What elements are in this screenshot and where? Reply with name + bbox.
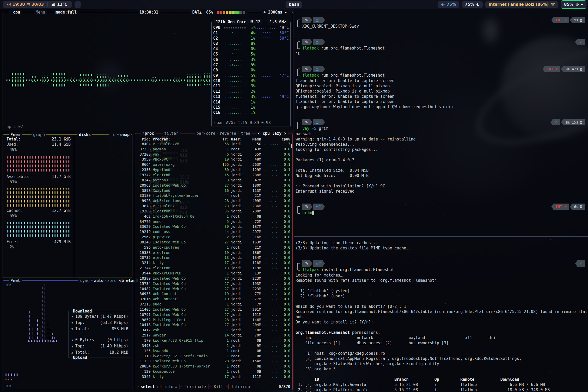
battery-label: BAT▲ xyxy=(192,10,202,15)
process-row[interactable]: 37208yay6jordi55M. . . .0.0 xyxy=(135,152,292,157)
terminal-output-line: [3] org.kde.* xyxy=(296,366,586,372)
process-row[interactable]: 11405Isolated Web Co27jordi201M. . . .0.… xyxy=(135,307,292,312)
per-core-toggle[interactable]: per-core xyxy=(195,131,217,136)
brightness-module[interactable]: 75% xyxy=(462,1,483,8)
network-text: Internet Familie Bolz (86%) xyxy=(488,2,549,7)
terminal-output-line: org.kde.StatusNotifierWatcher, org.kde.k… xyxy=(296,361,586,366)
process-row[interactable]: 3493zsh1jordi9M. . . .0.0 xyxy=(135,343,292,348)
proc-tab[interactable]: ⁴proc xyxy=(141,131,156,136)
process-row[interactable]: 30240Isolated Web Co27jordi163M. . . .0.… xyxy=(135,240,292,245)
process-row[interactable]: 10418Isolated Web Co27jordi204M. . . .0.… xyxy=(135,322,292,328)
process-row[interactable]: 2962pipewire2jordi16M. . . .0.0 xyxy=(135,234,292,240)
terminal-output-line: 2) ‘flathub’ (user) xyxy=(296,293,586,299)
process-row[interactable]: 3898Xwayland16jordi113M. . . .0.0 xyxy=(135,188,292,193)
mode-toggle[interactable]: mode:full xyxy=(54,10,78,15)
workspace-switcher xyxy=(75,1,81,8)
tray-group: 75% 75% Internet Familie Bolz (86%) 85% xyxy=(435,0,586,9)
process-row[interactable]: 34776nemo5jordi72M. . . .0.0 xyxy=(135,219,292,224)
process-row[interactable]: 3412zsh1jordi10M. . . .0.0 xyxy=(135,327,292,333)
process-row[interactable]: 20735electron13jordi134M. . . .0.0 xyxy=(135,255,292,260)
process-row[interactable]: 2333Hyprland30jordi129M. . . .0.1 xyxy=(135,167,292,172)
process-row[interactable]: 10482Isolated Web Co27jordi223M. . . .0.… xyxy=(135,286,292,291)
terminal-pane-top: ✎⌂~INT ✗9sXDG_CURRENT_DESKTOP=Sway✎⌂~✓fl… xyxy=(294,9,588,236)
select-label[interactable]: select xyxy=(141,384,155,389)
update-interval-control[interactable]: + 2000ms - xyxy=(262,10,289,15)
mem-used-pct: 49% xyxy=(7,147,71,152)
weather-module[interactable]: 11°C xyxy=(50,2,69,7)
graph-toggle[interactable]: graph xyxy=(32,132,46,137)
volume-module[interactable]: 75% xyxy=(438,1,459,8)
terminal-output-line xyxy=(296,178,586,183)
scrollbar-thumb[interactable] xyxy=(291,144,292,148)
process-row[interactable]: 119kworker/u32:2-btrfs-endio-1root0B. . … xyxy=(135,353,292,359)
prompt-status: INT ✗2m 42s xyxy=(542,66,585,72)
clock-module[interactable]: 19:30 30/03 xyxy=(6,2,45,7)
tree-toggle[interactable]: tree xyxy=(239,131,252,136)
process-row[interactable]: 120kcompactd01root0B. . . .0.0 xyxy=(135,369,292,374)
process-row[interactable]: 170kworker/u33:0-i915_flip1root0B. . . .… xyxy=(135,338,292,343)
process-row[interactable]: 3345kitty17jordi111M. . . .0.0 xyxy=(135,374,292,379)
menu-button[interactable]: Menu xyxy=(34,10,47,15)
prompt-status: INT ✗6s xyxy=(550,204,585,210)
network-box: ³net sync auto zero <b wlan0 n> 10K 10K … xyxy=(3,280,132,390)
prompt-cwd-chip: ⌂~ xyxy=(313,39,325,45)
command-line[interactable]: grim xyxy=(302,210,586,216)
mem-tab[interactable]: ²mem xyxy=(9,132,22,137)
cpu-core-panel: 12th Gen Core i5-12 1.5 GHz CPU▪▪▪▪▪▪▪▪▪… xyxy=(211,22,291,126)
window-title: bash xyxy=(289,2,299,7)
process-row[interactable]: 596auto-cpufreq1root21M. . . .0.0 xyxy=(135,245,292,250)
process-row[interactable]: 37215sudo1jordi7M. . . .0.0 xyxy=(135,302,292,307)
network-module[interactable]: Internet Familie Bolz (86%) xyxy=(485,1,558,8)
kill-button[interactable]: Kill xyxy=(214,384,223,389)
process-row[interactable]: 19219code-oss44jordi297M. . . .0.0 xyxy=(135,229,292,234)
command-line: XDG_CURRENT_DESKTOP=Sway xyxy=(302,23,586,29)
clock-date-weather: 19:30 30/03 11°C xyxy=(3,1,72,8)
sort-selector[interactable]: < cpu lazy > xyxy=(256,131,288,136)
prompt-edit-chip: ✎ xyxy=(302,66,313,72)
core-row: C5....:...............5% xyxy=(212,52,290,57)
prompt-edit-chip: ✎ xyxy=(302,204,313,210)
mem-free-pct: 2% xyxy=(7,245,71,249)
process-row[interactable]: 10380Isolated Web Co27jordi223M. . . .0.… xyxy=(135,276,292,281)
download-title: Download xyxy=(71,309,93,314)
process-row[interactable]: 28854kworker/u33:1-btrfs-worker1root0B. … xyxy=(135,364,292,369)
process-row[interactable]: 10791Isolated Web Co27jordi151M. . . .0.… xyxy=(135,312,292,317)
process-row[interactable]: 8404VirtualBoxVM66jordi5G..........1.7 xyxy=(135,141,292,146)
process-row[interactable]: 20963Isolated Web Co27jordi180M. . . .0.… xyxy=(135,183,292,188)
process-row[interactable]: 19342electron15jordi284M. . . .0.0 xyxy=(135,172,292,177)
terminate-button[interactable]: Terminate xyxy=(185,384,206,389)
battery-module[interactable]: 85% xyxy=(561,0,586,9)
process-row[interactable]: 33180flatpak-system-helper4root21M. . . … xyxy=(135,193,292,198)
load-average: Load AVG: 1.15 0.89 0.93 xyxy=(214,120,271,125)
process-row[interactable]: 19388electron19jordi186M. . . .0.0 xyxy=(135,250,292,255)
process-row[interactable]: 3878VirtualBox23jordi236M. . . .0.0 xyxy=(135,203,292,209)
process-row[interactable]: 15734Isolated Web Co27jordi193M. . . .0.… xyxy=(135,281,292,286)
process-row[interactable]: 36935Web Content19jordi77M. . . .0.0 xyxy=(135,291,292,296)
process-row[interactable]: 9926WebExtensions28jordi409M. .. .0.0 xyxy=(135,198,292,203)
process-row[interactable]: 19289electron35jordi208M. . . .0.0 xyxy=(135,209,292,214)
interrupt-button[interactable]: Interrupt xyxy=(231,384,252,389)
process-row[interactable]: 33629Isolated Web Co30jordi187M. . . .0.… xyxy=(135,224,292,229)
process-row[interactable]: 37238pacman1root43M. . . .0.0 xyxy=(135,146,292,152)
process-row[interactable]: 9852Privileged Cont28jordi146M. . . .0.0 xyxy=(135,317,292,322)
process-row[interactable]: 3944VBoxXPCOMIPCD1jordi13M. . . .0.0 xyxy=(135,271,292,276)
process-row[interactable]: 3950VBoxSVC19jordi48M. . . .0.0 xyxy=(135,157,292,162)
process-row[interactable]: 8247python33jordi47M. . . .0.1 xyxy=(135,177,292,183)
info-button[interactable]: info xyxy=(164,384,173,389)
terminal-output-line: ID Branch Op Remote Download xyxy=(296,377,586,382)
core-list: CPU▪▪▪▪▪▪▪▪▪▪3%:::::::::49°CC1....:.....… xyxy=(212,25,290,115)
filter-button[interactable]: filter xyxy=(163,131,180,136)
terminal-output-line: :: Proceed with installation? [Y/n] ^C xyxy=(296,183,586,189)
process-row[interactable]: 462irq/156-PIXA3854:001root0B. . . .0.0 xyxy=(135,214,292,219)
cpu-tab[interactable]: ¹cpu xyxy=(9,10,22,15)
process-row[interactable]: 3214kitty17jordi118M. . . .0.0 xyxy=(135,260,292,265)
process-row[interactable]: 11130Isolated Web Co28jordi154M. . . .0.… xyxy=(135,358,292,364)
terminal-output-line: [2] com.canonical.AppMenu.Registrar, org… xyxy=(296,356,586,361)
reverse-toggle[interactable]: reverse xyxy=(218,131,238,136)
process-row[interactable]: 37016Web Content19jordi77M. . . .0.0 xyxy=(135,296,292,302)
process-row[interactable]: 21344electron13jordi119M. . . .0.0 xyxy=(135,265,292,271)
process-row[interactable]: 9664waterfox-g155jordi563M......0.1 xyxy=(135,162,292,167)
process-row[interactable]: 135kswapd01root0B. . . .0.0 xyxy=(135,348,292,353)
mem-cached-graph xyxy=(7,222,71,238)
process-row[interactable]: 2917waybar14jordi70M. . . .0.0 xyxy=(135,333,292,338)
